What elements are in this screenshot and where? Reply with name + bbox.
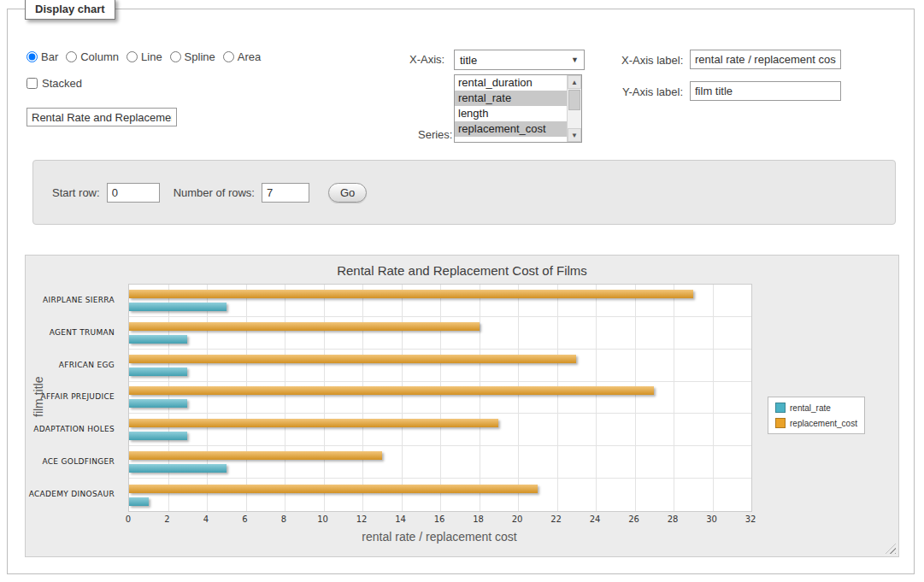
chart-type-option-line[interactable]: Line (127, 50, 162, 63)
x-axis-label-input[interactable] (690, 50, 841, 69)
chart-type-radio-area[interactable] (223, 51, 234, 62)
row-range-panel: Start row: Number of rows: Go (32, 160, 896, 225)
bar-replacement_cost (129, 322, 480, 331)
bar-rental_rate (129, 432, 187, 440)
num-rows-input[interactable] (262, 183, 309, 203)
bar-rental_rate (129, 367, 187, 376)
x-tick-label: 14 (395, 514, 406, 524)
x-tick-label: 4 (203, 514, 209, 524)
y-category-labels: AIRPLANE SIERRAAGENT TRUMANAFRICAN EGGAF… (26, 284, 121, 510)
bar-replacement_cost (129, 386, 654, 395)
x-axis-title: rental rate / replacement cost (128, 530, 750, 544)
series-option-rental_duration[interactable]: rental_duration (455, 75, 567, 91)
category-label: AIRPLANE SIERRA (26, 284, 115, 316)
stacked-checkbox[interactable] (26, 78, 38, 89)
legend-swatch (775, 418, 786, 428)
category-row (129, 285, 751, 317)
series-listbox[interactable]: rental_durationrental_ratelengthreplacem… (454, 74, 582, 143)
x-tick-label: 26 (628, 514, 639, 524)
start-row-label: Start row: (52, 186, 100, 199)
chevron-down-icon: ▼ (571, 56, 579, 64)
chart-type-label-column: Column (80, 50, 119, 63)
chart-type-option-spline[interactable]: Spline (170, 50, 215, 63)
chart-type-label-bar: Bar (41, 50, 58, 63)
y-axis-label-label: Y-Axis label: (622, 85, 683, 98)
bar-rental_rate (129, 399, 187, 408)
bar-replacement_cost (129, 451, 382, 460)
chart-title: Rental Rate and Replacement Cost of Film… (26, 263, 898, 278)
category-label: ACE GOLDFINGER (26, 445, 115, 478)
start-row-input[interactable] (107, 183, 160, 203)
x-tick-label: 0 (126, 514, 131, 524)
category-row (129, 479, 751, 511)
series-option-replacement_cost[interactable]: replacement_cost (455, 121, 567, 137)
bar-replacement_cost (129, 419, 498, 427)
y-axis-label-input[interactable] (690, 81, 841, 101)
resize-handle-icon[interactable] (886, 544, 896, 554)
scroll-down-icon[interactable]: ▼ (568, 128, 581, 142)
legend-label: replacement_cost (790, 419, 857, 428)
chart-type-radio-spline[interactable] (170, 51, 181, 62)
chart-title-input[interactable] (26, 108, 177, 126)
legend-entry: replacement_cost (775, 418, 857, 428)
go-button[interactable]: Go (328, 183, 367, 203)
bar-replacement_cost (129, 485, 538, 493)
category-label: AFFAIR PREJUDICE (26, 381, 115, 414)
category-row (129, 350, 751, 382)
chart-type-label-area: Area (238, 50, 261, 63)
x-axis-label-label: X-Axis label: (621, 54, 683, 67)
x-axis-select-label: X-Axis: (409, 53, 444, 66)
x-tick-label: 28 (668, 514, 679, 524)
category-row (129, 317, 751, 350)
chart-type-option-column[interactable]: Column (66, 50, 119, 63)
x-tick-label: 20 (512, 514, 523, 524)
category-row (129, 446, 751, 479)
x-tick-label: 22 (550, 514, 562, 524)
scrollbar-thumb[interactable] (568, 90, 580, 110)
bar-rental_rate (129, 335, 187, 344)
scroll-up-icon[interactable]: ▲ (568, 75, 581, 89)
x-tick-label: 24 (590, 514, 601, 524)
bar-replacement_cost (129, 355, 576, 363)
chart-type-radio-group: Bar Column Line Spline Area (26, 50, 268, 63)
bar-rental_rate (129, 303, 227, 311)
x-tick-label: 10 (317, 514, 328, 524)
x-axis-select-value: title (460, 54, 477, 67)
x-axis-select[interactable]: title ▼ (454, 50, 585, 70)
x-tick-label: 18 (473, 514, 484, 524)
x-tick-label: 30 (706, 514, 717, 524)
bar-rental_rate (129, 464, 227, 473)
series-option-length[interactable]: length (455, 106, 567, 121)
bar-replacement_cost (129, 290, 693, 298)
stacked-option[interactable]: Stacked (26, 77, 82, 90)
category-row (129, 382, 751, 414)
category-label: ADAPTATION HOLES (26, 413, 115, 445)
category-label: AFRICAN EGG (26, 349, 115, 381)
x-tick-label: 16 (434, 514, 445, 524)
x-tick-label: 2 (164, 514, 169, 524)
chart-container: Rental Rate and Replacement Cost of Film… (25, 255, 899, 557)
chart-type-radio-column[interactable] (66, 51, 77, 62)
num-rows-label: Number of rows: (174, 186, 255, 199)
category-label: ACADEMY DINOSAUR (26, 478, 115, 510)
series-option-rental_rate[interactable]: rental_rate (455, 91, 567, 106)
x-tick-labels: 02468101214161820222426283032 (128, 514, 750, 526)
category-row (129, 414, 751, 446)
category-label: AGENT TRUMAN (26, 316, 115, 349)
x-tick-label: 8 (281, 514, 286, 524)
plot-area (128, 284, 752, 512)
series-listbox-scrollbar[interactable]: ▲ ▼ (567, 75, 581, 142)
series-select-label: Series: (418, 128, 452, 141)
chart-type-label-spline: Spline (185, 50, 215, 63)
chart-legend: rental_ratereplacement_cost (768, 397, 865, 434)
chart-type-option-area[interactable]: Area (223, 50, 261, 63)
legend-label: rental_rate (790, 403, 831, 413)
chart-type-radio-bar[interactable] (26, 51, 38, 62)
bar-rental_rate (129, 497, 149, 506)
x-tick-label: 12 (356, 514, 368, 524)
legend-entry: rental_rate (775, 403, 857, 413)
stacked-label: Stacked (42, 77, 82, 90)
chart-type-option-bar[interactable]: Bar (26, 50, 58, 63)
fieldset-legend: Display chart (25, 0, 115, 20)
chart-type-radio-line[interactable] (127, 51, 138, 62)
